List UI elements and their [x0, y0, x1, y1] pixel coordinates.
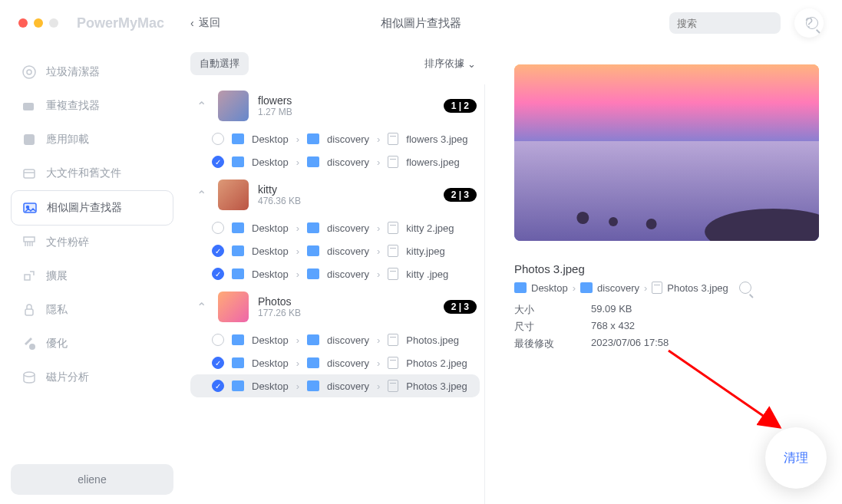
group-header[interactable]: ⌃ Photos 177.26 KB 2 | 3: [190, 285, 480, 328]
sidebar-item-junk-cleaner[interactable]: 垃圾清潔器: [11, 55, 173, 89]
search-box[interactable]: [669, 12, 781, 34]
chevron-right-icon: ›: [377, 334, 380, 346]
chevron-right-icon: ›: [377, 380, 380, 392]
file-icon: [388, 380, 398, 392]
file-row[interactable]: Desktop › discovery › kitty .jpeg: [190, 262, 480, 285]
chevron-right-icon: ›: [296, 380, 299, 392]
file-row[interactable]: Desktop › discovery › Photos.jpeg: [190, 328, 480, 351]
path-segment: discovery: [327, 380, 369, 392]
folder-icon: [307, 245, 319, 256]
back-label: 返回: [199, 16, 220, 30]
checkbox[interactable]: [212, 222, 224, 234]
results-list[interactable]: ⌃ flowers 1.27 MB 1 | 2 Desktop › discov…: [190, 84, 485, 504]
folder-icon: [232, 334, 244, 345]
path-segment: Desktop: [252, 156, 289, 168]
file-row[interactable]: Desktop › discovery › kitty 2.jpeg: [190, 216, 480, 239]
collapse-icon[interactable]: ⌃: [193, 300, 209, 315]
folder-icon: [514, 282, 527, 293]
group-size: 1.27 MB: [258, 107, 434, 117]
search-input[interactable]: [677, 18, 806, 29]
folder-icon: [307, 380, 319, 391]
checkbox[interactable]: [212, 380, 224, 392]
sidebar-item-large-old-files[interactable]: 大文件和舊文件: [11, 156, 173, 190]
sidebar-item-disk-analyzer[interactable]: 磁片分析: [11, 361, 173, 394]
auto-select-button[interactable]: 自動選擇: [190, 52, 249, 75]
chevron-right-icon: ›: [296, 357, 299, 369]
count-badge: 1 | 2: [444, 99, 477, 113]
svg-rect-4: [24, 170, 35, 178]
chevron-right-icon: ›: [296, 268, 299, 280]
group-title: flowers: [258, 94, 434, 107]
path-segment: Desktop: [531, 282, 568, 294]
window-controls[interactable]: [18, 18, 58, 28]
sidebar-item-app-uninstaller[interactable]: 應用卸載: [11, 123, 173, 156]
collapse-icon[interactable]: ⌃: [193, 99, 209, 114]
chevron-down-icon: ⌄: [467, 58, 476, 70]
svg-rect-3: [24, 134, 35, 145]
search-icon: [806, 17, 818, 29]
sidebar-item-label: 重複查找器: [46, 99, 100, 113]
sidebar-item-label: 應用卸載: [46, 133, 89, 147]
file-row[interactable]: Desktop › discovery › kitty.jpeg: [190, 239, 480, 262]
file-icon: [388, 245, 398, 257]
chevron-right-icon: ›: [296, 334, 299, 346]
shred-icon: [21, 235, 37, 250]
file-name: Photos 2.jpeg: [406, 357, 467, 369]
dimensions-value: 768 x 432: [591, 320, 635, 334]
chevron-right-icon: ›: [296, 133, 299, 145]
group-header[interactable]: ⌃ kitty 476.36 KB 2 | 3: [190, 173, 480, 216]
image-icon: [22, 200, 38, 216]
path-segment: discovery: [327, 156, 369, 168]
chevron-right-icon: ›: [644, 282, 647, 294]
sidebar-item-label: 磁片分析: [46, 371, 89, 384]
path-segment: discovery: [327, 222, 369, 234]
sort-by-label: 排序依據: [424, 57, 464, 71]
checkbox[interactable]: [212, 245, 224, 257]
file-row[interactable]: Desktop › discovery › Photos 3.jpeg: [190, 374, 480, 397]
svg-point-1: [27, 70, 31, 74]
file-name: flowers.jpeg: [406, 156, 459, 168]
group-thumbnail: [218, 91, 249, 121]
sidebar-item-similar-images[interactable]: 相似圖片查找器: [11, 190, 173, 226]
maximize-window-icon[interactable]: [49, 18, 58, 28]
checkbox[interactable]: [212, 268, 224, 280]
file-name: kitty .jpeg: [406, 268, 448, 280]
clean-button[interactable]: 清理: [765, 427, 827, 489]
file-icon: [388, 222, 398, 234]
svg-rect-11: [514, 64, 819, 141]
sidebar-item-file-shredder[interactable]: 文件粉碎: [11, 226, 173, 259]
checkbox[interactable]: [212, 156, 224, 168]
file-row[interactable]: Desktop › discovery › flowers 3.jpeg: [190, 127, 480, 150]
group-title: Photos: [258, 295, 434, 308]
sidebar-item-privacy[interactable]: 隱私: [11, 293, 173, 327]
sort-by-button[interactable]: 排序依據 ⌄: [424, 57, 476, 71]
checkbox[interactable]: [212, 133, 224, 145]
folder-icon: [232, 268, 244, 279]
close-window-icon[interactable]: [18, 18, 28, 28]
checkbox[interactable]: [212, 357, 224, 369]
back-button[interactable]: ‹ 返回: [190, 16, 220, 30]
file-row[interactable]: Desktop › discovery › flowers.jpeg: [190, 150, 480, 173]
folder-icon: [307, 268, 319, 279]
svg-point-10: [24, 372, 35, 377]
search-icon[interactable]: [739, 282, 751, 294]
minimize-window-icon[interactable]: [34, 18, 43, 28]
file-icon: [652, 282, 662, 294]
app-icon: [21, 132, 37, 147]
preview-filename: Photos 3.jpeg: [514, 262, 819, 275]
extension-icon: [21, 268, 37, 284]
group-header[interactable]: ⌃ flowers 1.27 MB 1 | 2: [190, 84, 480, 127]
path-segment: Desktop: [252, 357, 289, 369]
sidebar-item-extensions[interactable]: 擴展: [11, 259, 173, 293]
preview-path: Desktop › discovery › Photos 3.jpeg: [514, 282, 819, 294]
file-icon: [388, 156, 398, 168]
user-pill[interactable]: eliene: [11, 464, 173, 495]
svg-point-0: [23, 66, 35, 78]
file-row[interactable]: Desktop › discovery › Photos 2.jpeg: [190, 351, 480, 374]
sidebar-item-duplicate-finder[interactable]: 重複查找器: [11, 89, 173, 123]
checkbox[interactable]: [212, 334, 224, 346]
collapse-icon[interactable]: ⌃: [193, 188, 209, 203]
folder-icon: [232, 357, 244, 368]
folder-icon: [232, 380, 244, 391]
sidebar-item-optimize[interactable]: 優化: [11, 327, 173, 361]
